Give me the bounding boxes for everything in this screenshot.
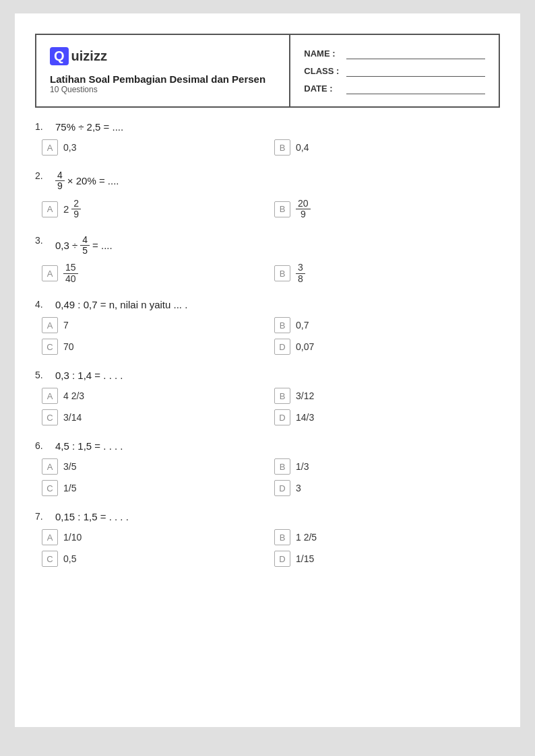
q7-number: 7.: [35, 511, 55, 522]
q2-b-letter: B: [274, 201, 290, 217]
q4-number: 4.: [35, 299, 55, 310]
q6-option-a[interactable]: A 3/5: [42, 458, 268, 475]
q4-a-letter: A: [42, 317, 58, 333]
q5-a-value: 4 2/3: [63, 390, 84, 401]
q1-option-a[interactable]: A 0,3: [42, 139, 268, 156]
question-4: 4. 0,49 : 0,7 = n, nilai n yaitu ... . A…: [35, 299, 500, 355]
q7-row: 7. 0,15 : 1,5 = . . . .: [35, 511, 500, 522]
logo-text: uizizz: [71, 48, 107, 64]
q2-a-frac: 2 9: [71, 199, 81, 220]
q5-number: 5.: [35, 370, 55, 380]
date-line[interactable]: [346, 82, 485, 94]
q1-options: A 0,3 B 0,4: [42, 139, 500, 156]
logo-q-letter: Q: [50, 47, 69, 65]
q5-option-c[interactable]: C 3/14: [42, 409, 268, 425]
q1-row: 1. 75% ÷ 2,5 = ....: [35, 121, 500, 133]
q6-a-letter: A: [42, 458, 58, 475]
q4-c-letter: C: [42, 339, 58, 355]
q4-option-b[interactable]: B 0,7: [274, 317, 500, 333]
q4-options: A 7 B 0,7 C 70 D 0,07: [42, 317, 500, 355]
q5-d-letter: D: [274, 409, 290, 425]
q2-operator: × 20% = ....: [67, 175, 119, 186]
q1-text: 75% ÷ 2,5 = ....: [55, 121, 123, 133]
q3-equals: = ....: [92, 240, 113, 251]
q3-a-frac: 15 40: [63, 263, 78, 284]
q7-d-letter: D: [274, 551, 290, 567]
q6-option-d[interactable]: D 3: [274, 480, 500, 496]
class-row: CLASS :: [304, 65, 485, 77]
q7-options: A 1/10 B 1 2/5 C 0,5 D 1/15: [42, 529, 500, 567]
q3-option-a[interactable]: A 15 40: [42, 263, 268, 284]
q2-options: A 2 2 9 B 20 9: [42, 199, 500, 220]
class-line[interactable]: [346, 65, 485, 77]
q3-b-frac: 3 8: [296, 263, 305, 284]
q3-b-letter: B: [274, 265, 290, 281]
q3-text: 0,3 ÷ 4 5 = ....: [55, 235, 113, 256]
q3-number: 3.: [35, 235, 55, 246]
q6-number: 6.: [35, 440, 55, 451]
question-1: 1. 75% ÷ 2,5 = .... A 0,3 B 0,4: [35, 121, 500, 156]
q1-b-letter: B: [274, 139, 290, 156]
q6-option-c[interactable]: C 1/5: [42, 480, 268, 496]
q6-d-value: 3: [296, 483, 301, 493]
q4-b-value: 0,7: [296, 320, 309, 331]
q1-option-b[interactable]: B 0,4: [274, 139, 500, 156]
class-label: CLASS :: [304, 66, 341, 76]
q7-option-a[interactable]: A 1/10: [42, 529, 268, 545]
q6-text: 4,5 : 1,5 = . . . .: [55, 440, 123, 452]
q6-b-value: 1/3: [296, 461, 309, 472]
q4-row: 4. 0,49 : 0,7 = n, nilai n yaitu ... .: [35, 299, 500, 310]
q4-option-d[interactable]: D 0,07: [274, 339, 500, 355]
header-right: NAME : CLASS : DATE :: [290, 35, 499, 106]
q5-option-b[interactable]: B 3/12: [274, 388, 500, 404]
header-subtitle: 10 Questions: [50, 85, 276, 94]
q5-c-letter: C: [42, 409, 58, 425]
q3-a-value: 15 40: [63, 263, 78, 284]
question-3: 3. 0,3 ÷ 4 5 = .... A 15 40: [35, 235, 500, 285]
q6-a-value: 3/5: [63, 461, 76, 472]
q7-a-letter: A: [42, 529, 58, 545]
q6-options: A 3/5 B 1/3 C 1/5 D 3: [42, 458, 500, 496]
q4-option-a[interactable]: A 7: [42, 317, 268, 333]
date-row: DATE :: [304, 82, 485, 94]
header-title: Latihan Soal Pembagian Desimal dan Perse…: [50, 73, 276, 85]
q6-d-letter: D: [274, 480, 290, 496]
q5-option-d[interactable]: D 14/3: [274, 409, 500, 425]
q2-b-value: 20 9: [296, 199, 311, 220]
q2-frac: 4 9: [55, 170, 65, 192]
question-6: 6. 4,5 : 1,5 = . . . . A 3/5 B 1/3 C 1/5…: [35, 440, 500, 496]
q5-option-a[interactable]: A 4 2/3: [42, 388, 268, 404]
q2-text: 4 9 × 20% = ....: [55, 170, 119, 192]
q7-option-c[interactable]: C 0,5: [42, 551, 268, 567]
q7-text: 0,15 : 1,5 = . . . .: [55, 511, 129, 522]
q7-option-d[interactable]: D 1/15: [274, 551, 500, 567]
questions-container: 1. 75% ÷ 2,5 = .... A 0,3 B 0,4 2.: [15, 121, 520, 567]
q3-options: A 15 40 B 3 8: [42, 263, 500, 284]
q3-decimal: 0,3 ÷: [55, 240, 77, 251]
q5-text: 0,3 : 1,4 = . . . .: [55, 370, 123, 381]
q4-d-value: 0,07: [296, 341, 314, 352]
q6-row: 6. 4,5 : 1,5 = . . . .: [35, 440, 500, 452]
q2-option-a[interactable]: A 2 2 9: [42, 199, 268, 220]
q2-option-b[interactable]: B 20 9: [274, 199, 500, 220]
date-label: DATE :: [304, 83, 341, 94]
q7-d-value: 1/15: [296, 553, 314, 564]
question-5: 5. 0,3 : 1,4 = . . . . A 4 2/3 B 3/12 C …: [35, 370, 500, 425]
q1-a-value: 0,3: [63, 142, 76, 153]
q3-option-b[interactable]: B 3 8: [274, 263, 500, 284]
q4-option-c[interactable]: C 70: [42, 339, 268, 355]
q4-b-letter: B: [274, 317, 290, 333]
q7-b-value: 1 2/5: [296, 532, 317, 543]
q5-c-value: 3/14: [63, 412, 82, 423]
q7-c-letter: C: [42, 551, 58, 567]
q4-c-value: 70: [63, 341, 74, 352]
q7-option-b[interactable]: B 1 2/5: [274, 529, 500, 545]
header-left: Q uizizz Latihan Soal Pembagian Desimal …: [36, 35, 290, 106]
q3-a-letter: A: [42, 265, 58, 281]
name-line[interactable]: [346, 47, 485, 59]
q6-option-b[interactable]: B 1/3: [274, 458, 500, 475]
q1-a-letter: A: [42, 139, 58, 156]
q4-a-value: 7: [63, 320, 69, 331]
q2-b-frac: 20 9: [296, 199, 311, 220]
q2-frac-den: 9: [55, 181, 65, 191]
